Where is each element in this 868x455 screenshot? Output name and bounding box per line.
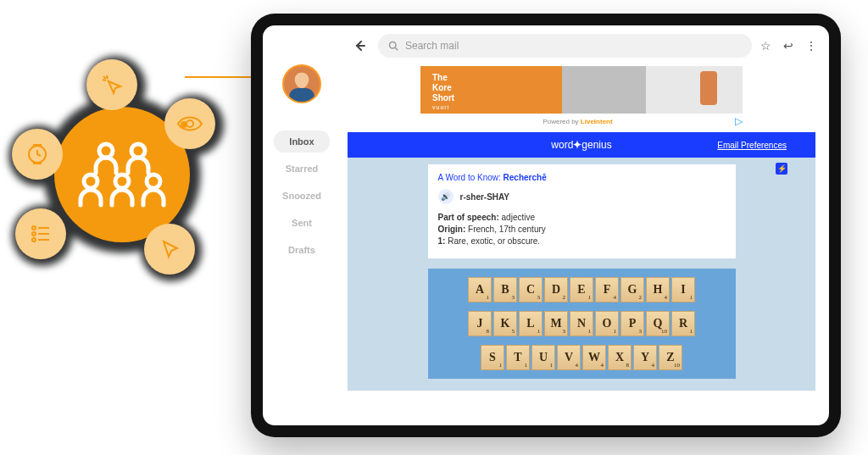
sound-icon[interactable]: 🔊 <box>438 189 453 204</box>
letter-tile: Y4 <box>633 345 657 370</box>
svg-line-6 <box>103 80 106 80</box>
letter-tile: F4 <box>595 277 619 302</box>
sidebar: Inbox Starred Snoozed Sent Drafts <box>263 25 341 425</box>
topbar: Search mail ☆ ↩ ⋮ <box>341 25 829 63</box>
bubble-watch-icon <box>12 129 63 180</box>
people-icon <box>75 141 169 208</box>
letter-tile: D2 <box>544 277 568 302</box>
letter-tile: P3 <box>620 311 644 336</box>
ad-brand: vuori <box>432 104 449 110</box>
search-icon <box>388 41 398 51</box>
newsletter-header: word✦genius Email Preferences <box>348 132 815 158</box>
pronunciation-text: r-sher-SHAY <box>460 192 510 202</box>
letter-tile: H4 <box>646 277 670 302</box>
tile-row-1: A1B3C3D2E1F4G2H4I1 <box>435 277 729 302</box>
letter-tile: B3 <box>493 277 517 302</box>
email-preferences-link[interactable]: Email Preferences <box>717 141 787 150</box>
newsletter-brand: word✦genius <box>551 139 611 151</box>
nav-sent[interactable]: Sent <box>274 212 330 234</box>
bubble-cursor-click-icon <box>86 59 137 110</box>
svg-point-14 <box>32 238 36 241</box>
svg-point-12 <box>32 232 36 236</box>
ad-banner[interactable]: The Kore Short vuori <box>420 66 743 114</box>
main: Search mail ☆ ↩ ⋮ The Kore Short vuori <box>341 25 829 425</box>
tile-row-2: J8K5L1M3N1O1P3Q10R1 <box>435 311 729 336</box>
bubble-cursor-icon <box>144 224 195 275</box>
arrow-left-icon <box>353 39 366 53</box>
screen: Inbox Starred Snoozed Sent Drafts Search… <box>263 25 829 425</box>
letter-tile: K5 <box>493 311 517 336</box>
nav-inbox[interactable]: Inbox <box>274 130 330 153</box>
letter-tile: V4 <box>557 345 581 370</box>
powered-label: Powered by <box>542 118 580 125</box>
nav-drafts[interactable]: Drafts <box>274 239 330 261</box>
powered-brand: LiveIntent <box>581 118 613 125</box>
letter-tile: M3 <box>544 311 568 336</box>
letter-tile: E1 <box>570 277 593 302</box>
ad-figure <box>700 71 717 105</box>
letter-tile: Q10 <box>646 311 670 336</box>
letter-tile: N1 <box>570 311 593 336</box>
avatar[interactable] <box>282 64 321 103</box>
svg-line-7 <box>103 76 106 79</box>
letter-tile: U1 <box>531 345 555 370</box>
more-icon[interactable]: ⋮ <box>805 39 817 53</box>
word-card: A Word to Know: Recherchē 🔊 r-sher-SHAY … <box>428 164 736 258</box>
tile-row-3: S1T1U1V4W4X8Y4Z10 <box>435 345 729 370</box>
svg-point-2 <box>84 175 97 188</box>
letter-tile: L1 <box>519 311 542 336</box>
email-body: ⚡ A Word to Know: Recherchē 🔊 r-sher-SHA… <box>348 158 815 391</box>
letter-tile: T1 <box>506 345 530 370</box>
svg-point-4 <box>147 175 160 188</box>
flash-badge-icon: ⚡ <box>776 163 787 175</box>
letter-tile: O1 <box>595 311 619 336</box>
reply-icon[interactable]: ↩ <box>783 39 793 53</box>
letter-tile: X8 <box>608 345 632 370</box>
nav-starred[interactable]: Starred <box>274 158 330 180</box>
search-placeholder: Search mail <box>405 40 459 52</box>
ad-headline: The Kore Short <box>432 73 454 103</box>
content: The Kore Short vuori Powered by LiveInte… <box>341 63 829 425</box>
letter-tile: R1 <box>671 311 695 336</box>
scrabble-tiles: A1B3C3D2E1F4G2H4I1 J8K5L1M3N1O1P3Q10R1 S… <box>428 269 736 379</box>
letter-tile: W4 <box>582 345 606 370</box>
letter-tile: A1 <box>468 277 492 302</box>
tablet-frame: Inbox Starred Snoozed Sent Drafts Search… <box>251 14 841 437</box>
audience-graphic <box>8 61 236 288</box>
letter-tile: I1 <box>671 277 695 302</box>
svg-point-10 <box>32 226 36 230</box>
topbar-actions: ☆ ↩ ⋮ <box>760 39 817 53</box>
letter-tile: S1 <box>481 345 504 370</box>
ad-meta: Powered by LiveIntent ▷ <box>420 115 743 127</box>
svg-point-3 <box>115 175 129 188</box>
search-input[interactable]: Search mail <box>378 34 752 58</box>
letter-tile: G2 <box>620 277 644 302</box>
letter-tile: Z10 <box>659 345 682 370</box>
pronunciation-row: 🔊 r-sher-SHAY <box>438 189 726 204</box>
word-card-title: A Word to Know: Recherchē <box>438 173 726 182</box>
letter-tile: J8 <box>468 311 492 336</box>
letter-tile: C3 <box>519 277 542 302</box>
svg-point-8 <box>186 120 193 127</box>
adchoices-icon[interactable]: ▷ <box>735 115 743 127</box>
word-specs: Part of speech: adjective Origin: French… <box>438 213 726 246</box>
nav-snoozed[interactable]: Snoozed <box>274 185 330 207</box>
star-icon[interactable]: ☆ <box>760 39 771 53</box>
back-button[interactable] <box>349 36 370 56</box>
bubble-list-icon <box>15 208 66 259</box>
svg-point-17 <box>390 42 397 49</box>
svg-line-18 <box>395 47 398 50</box>
bubble-eye-icon <box>164 98 215 149</box>
svg-line-5 <box>107 75 108 79</box>
